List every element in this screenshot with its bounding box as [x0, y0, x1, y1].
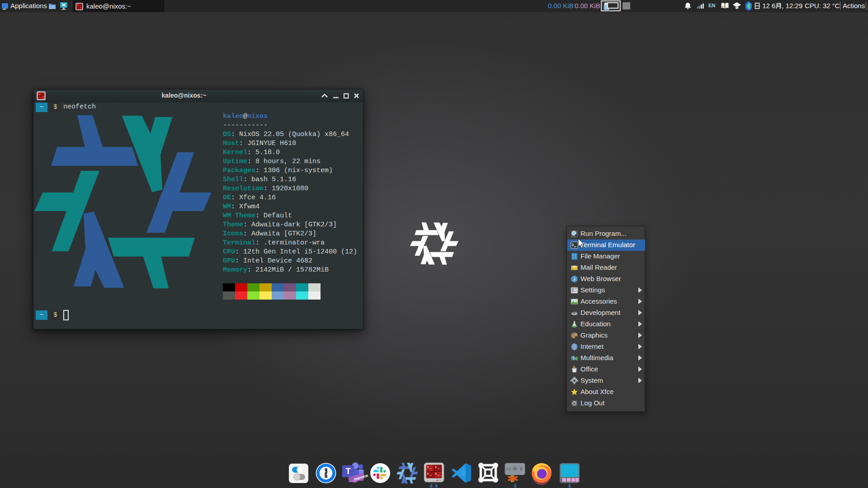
svg-text:T: T: [345, 466, 351, 476]
